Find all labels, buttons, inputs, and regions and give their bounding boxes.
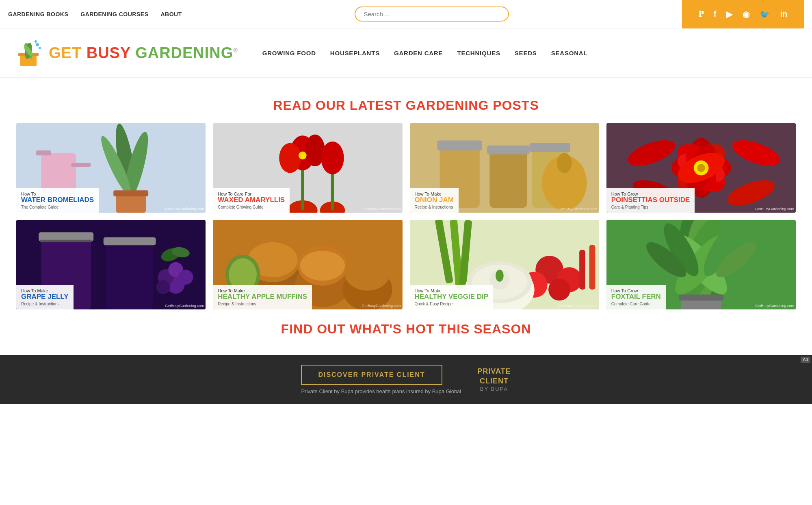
post-watermark-onion-jam: GetBusyGardening.com [559,207,598,211]
nav-gardening-books[interactable]: GARDENING BOOKS [8,11,68,17]
svg-point-6 [39,47,41,49]
post-title-foxtail-fern: FOXTAIL FERN [611,293,661,301]
post-overlay-grape-jelly: How To Make GRAPE JELLY Recipe & Instruc… [16,285,74,309]
post-card-veggie-dip[interactable]: How To Make HEALTHY VEGGIE DIP Quick & E… [410,220,599,309]
svg-rect-10 [71,163,91,167]
post-watermark-apple-muffins: GetBusyGardening.com [362,304,401,308]
post-watermark-veggie-dip: GetBusyGardening.com [559,304,598,308]
facebook-icon[interactable]: f [714,9,717,19]
post-overlay-bromeliad: How To WATER BROMELIADS The Complete Gui… [16,188,99,213]
instagram-icon[interactable]: ◉ [743,9,749,19]
post-card-foxtail-fern[interactable]: How To Grow FOXTAIL FERN Complete Care G… [606,220,796,309]
svg-rect-90 [589,245,595,290]
post-card-onion-jam[interactable]: How To Make ONION JAM Recipe & Instructi… [410,123,599,213]
post-overlay-onion-jam: How To Make ONION JAM Recipe & Instructi… [410,188,459,213]
logo-busy: BUSY [87,44,135,61]
search-input[interactable] [355,7,509,22]
ad-private-client-text: PRIVATE CLIENT [477,367,511,386]
nav-houseplants[interactable]: HOUSEPLANTS [330,50,380,57]
svg-point-27 [299,152,307,160]
youtube-icon[interactable]: ▶ [726,9,732,19]
logo-text-area: GET BUSY GARDENING® [49,44,238,62]
post-subtitle-poinsettias: Care & Planting Tips [611,205,690,209]
post-card-grape-jelly[interactable]: How To Make GRAPE JELLY Recipe & Instruc… [16,220,206,309]
twitter-icon[interactable]: 🐦 [760,9,770,19]
nav-seeds[interactable]: SEEDS [515,50,537,57]
posts-grid: How To WATER BROMELIADS The Complete Gui… [16,123,796,309]
svg-rect-32 [487,146,529,155]
post-title-bromeliad: WATER BROMELIADS [21,196,94,204]
logo-gardening: GARDENING [135,44,233,61]
post-overlay-apple-muffins: How To Make HEALTHY APPLE MUFFINS Recipe… [213,285,312,309]
post-watermark-bromeliad: GetBusyGardening.com [165,207,204,211]
svg-rect-34 [529,143,570,152]
logo-area[interactable]: GET BUSY GARDENING® [12,37,238,69]
post-title-grape-jelly: GRAPE JELLY [21,293,69,301]
svg-point-36 [556,153,572,173]
svg-point-73 [344,254,390,291]
svg-point-62 [178,270,193,285]
post-title-amaryllis: WAXED AMARYLLIS [218,196,285,204]
ad-left-content: DISCOVER PRIVATE CLIENT Private Client b… [301,365,461,394]
svg-rect-56 [106,240,154,309]
post-subtitle-grape-jelly: Recipe & Instructions [21,302,69,306]
nav-gardening-courses[interactable]: GARDENING COURSES [80,11,148,17]
svg-point-61 [156,280,170,294]
hot-section-title: FIND OUT WHAT'S HOT THIS SEASON [16,322,796,337]
logo-image [12,37,45,69]
nav-garden-care[interactable]: GARDEN CARE [394,50,443,57]
social-bar: 𝐏 f ▶ ◉ 🐦 in [682,0,804,28]
ad-discover-button[interactable]: DISCOVER PRIVATE CLIENT [301,365,442,385]
post-subtitle-apple-muffins: Recipe & Instructions [218,302,307,306]
main-navigation: GROWING FOOD HOUSEPLANTS GARDEN CARE TEC… [262,50,588,57]
ad-badge: Ad [801,357,810,363]
svg-rect-31 [489,148,527,208]
main-header: GET BUSY GARDENING® GROWING FOOD HOUSEPL… [0,28,812,78]
ad-by-bupa: BY BUPA [477,386,511,392]
svg-point-5 [36,43,39,46]
svg-rect-57 [104,237,156,246]
top-bar: GARDENING BOOKS GARDENING COURSES ABOUT … [0,0,812,28]
post-subtitle-foxtail-fern: Complete Care Guide [611,302,661,306]
post-overlay-amaryllis: How To Care For WAXED AMARYLLIS Complete… [213,188,290,213]
ad-subtext: Private Client by Bupa provides health p… [301,388,461,394]
svg-point-71 [300,251,345,281]
post-overlay-veggie-dip: How To Make HEALTHY VEGGIE DIP Quick & E… [410,285,494,309]
top-navigation: GARDENING BOOKS GARDENING COURSES ABOUT [8,11,182,17]
logo-reg: ® [233,47,238,54]
post-watermark-amaryllis: GetBusyGardening.com [362,207,401,211]
post-card-apple-muffins[interactable]: How To Make HEALTHY APPLE MUFFINS Recipe… [213,220,402,309]
post-title-veggie-dip: HEALTHY VEGGIE DIP [415,293,489,301]
nav-techniques[interactable]: TECHNIQUES [457,50,500,57]
svg-rect-55 [40,240,92,242]
ad-right-content: PRIVATE CLIENT BY BUPA [477,367,511,392]
post-watermark-poinsettias: GetBusyGardening.com [755,207,794,211]
svg-rect-89 [579,250,585,290]
logo-get: GET [49,44,87,61]
post-card-poinsettias[interactable]: How To Grow POINSETTIAS OUTSIDE Care & P… [606,123,796,213]
post-subtitle-veggie-dip: Quick & Easy Recipe [415,302,489,306]
ad-banner: DISCOVER PRIVATE CLIENT Private Client b… [0,355,812,404]
post-subtitle-amaryllis: Complete Growing Guide [218,205,285,209]
search-area [355,7,509,22]
post-card-water-bromeliads[interactable]: How To WATER BROMELIADS The Complete Gui… [16,123,206,213]
post-title-onion-jam: ONION JAM [415,196,454,204]
nav-about[interactable]: ABOUT [160,11,182,17]
post-overlay-poinsettias: How To Grow POINSETTIAS OUTSIDE Care & P… [606,188,695,213]
post-subtitle-bromeliad: The Complete Guide [21,205,94,209]
nav-seasonal[interactable]: SEASONAL [551,50,588,57]
nav-growing-food[interactable]: GROWING FOOD [262,50,316,57]
linkedin-icon[interactable]: in [780,9,787,19]
post-title-apple-muffins: HEALTHY APPLE MUFFINS [218,293,307,301]
svg-point-7 [35,40,37,43]
post-title-poinsettias: POINSETTIAS OUTSIDE [611,196,690,204]
post-subtitle-onion-jam: Recipe & Instructions [415,205,454,209]
svg-point-47 [697,164,705,172]
svg-rect-102 [679,295,723,301]
pinterest-icon[interactable]: 𝐏 [699,9,704,19]
svg-point-88 [496,270,504,281]
svg-rect-16 [113,190,148,196]
post-card-waxed-amaryllis[interactable]: How To Care For WAXED AMARYLLIS Complete… [213,123,402,213]
latest-section-title: READ OUR LATEST GARDENING POSTS [16,98,796,113]
svg-rect-30 [437,141,482,151]
